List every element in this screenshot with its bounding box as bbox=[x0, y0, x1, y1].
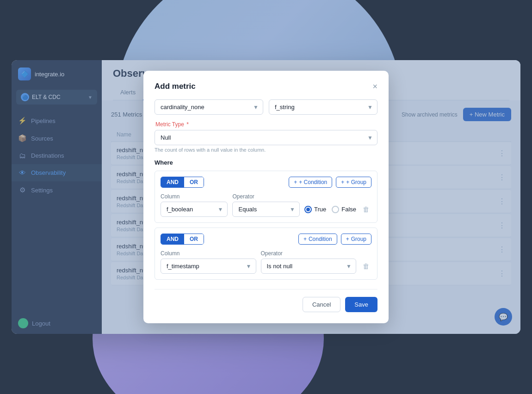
column-select-1[interactable]: f_boolean bbox=[161, 202, 228, 217]
radio-circle-false bbox=[332, 206, 339, 213]
modal-header: Add metric × bbox=[155, 82, 377, 91]
column-label-2: Column bbox=[161, 250, 256, 257]
operator-select-1[interactable]: Equals bbox=[232, 202, 299, 217]
or-button-1[interactable]: OR bbox=[184, 177, 204, 187]
add-group-label: + Group bbox=[346, 179, 366, 185]
close-button[interactable]: × bbox=[372, 82, 377, 91]
condition-actions-1: + + Condition + + Group bbox=[289, 177, 371, 188]
save-button[interactable]: Save bbox=[345, 297, 377, 312]
cardinality-select[interactable]: cardinality_none bbox=[155, 99, 263, 115]
operator-field-1: Operator Equals ▼ bbox=[232, 193, 299, 217]
operator-select-wrapper-2: Is not null ▼ bbox=[261, 259, 357, 274]
and-button-1[interactable]: AND bbox=[161, 177, 184, 187]
condition-group-2: AND OR + Condition + Group bbox=[155, 228, 377, 280]
add-group-button-2[interactable]: + Group bbox=[341, 234, 371, 245]
modal-title: Add metric bbox=[155, 82, 196, 91]
condition-actions-2: + Condition + Group bbox=[298, 234, 371, 245]
condition-row-2: Column f_timestamp ▼ Operator Is not bbox=[161, 250, 371, 274]
and-button-2[interactable]: AND bbox=[161, 234, 184, 244]
add-condition-label-2: Condition bbox=[309, 236, 332, 242]
condition-row-1: Column f_boolean ▼ Operator Equals bbox=[161, 193, 371, 217]
operator-label-1: Operator bbox=[232, 193, 299, 200]
radio-true[interactable]: True bbox=[304, 206, 326, 213]
operator-label-2: Operator bbox=[261, 250, 357, 257]
plus-icon: + bbox=[341, 179, 344, 185]
add-metric-modal: Add metric × cardinality_none ▼ f_string… bbox=[143, 71, 389, 323]
cancel-button[interactable]: Cancel bbox=[303, 297, 340, 312]
column-label-1: Column bbox=[161, 193, 228, 200]
fstring-select-wrapper: f_string ▼ bbox=[269, 99, 377, 115]
and-or-row-2: AND OR + Condition + Group bbox=[161, 234, 371, 245]
column-field-2: Column f_timestamp ▼ bbox=[161, 250, 256, 274]
modal-footer: Cancel Save bbox=[155, 289, 377, 312]
operator-select-2[interactable]: Is not null bbox=[261, 259, 357, 274]
radio-false[interactable]: False bbox=[332, 206, 356, 213]
false-label: False bbox=[341, 206, 356, 213]
column-select-wrapper-2: f_timestamp ▼ bbox=[161, 259, 256, 274]
add-condition-label: + Condition bbox=[299, 179, 327, 185]
condition-group-1: AND OR + + Condition + + Group bbox=[155, 171, 377, 223]
delete-condition-button-1[interactable]: 🗑 bbox=[361, 203, 371, 215]
column-field-1: Column f_boolean ▼ bbox=[161, 193, 228, 217]
true-false-radio: True False bbox=[304, 206, 356, 213]
true-label: True bbox=[314, 206, 326, 213]
metric-type-select-wrapper: Null ▼ bbox=[155, 130, 377, 145]
plus-icon: + bbox=[294, 179, 297, 185]
top-dropdowns-row: cardinality_none ▼ f_string ▼ bbox=[155, 99, 377, 115]
plus-icon: + bbox=[346, 236, 349, 242]
column-select-2[interactable]: f_timestamp bbox=[161, 259, 256, 274]
metric-description: The count of rows with a null value in t… bbox=[155, 147, 377, 153]
add-condition-button-1[interactable]: + + Condition bbox=[289, 177, 332, 188]
add-group-label-2: Group bbox=[351, 236, 366, 242]
cardinality-select-wrapper: cardinality_none ▼ bbox=[155, 99, 263, 115]
modal-overlay: Add metric × cardinality_none ▼ f_string… bbox=[0, 0, 532, 394]
plus-icon: + bbox=[303, 236, 307, 242]
where-section: Where AND OR + + Condition + bbox=[155, 159, 377, 280]
and-or-row-1: AND OR + + Condition + + Group bbox=[161, 177, 371, 188]
and-or-buttons-2: AND OR bbox=[161, 234, 204, 245]
metric-type-label: Metric Type * bbox=[155, 121, 377, 128]
operator-select-wrapper-1: Equals ▼ bbox=[232, 202, 299, 217]
operator-field-2: Operator Is not null ▼ bbox=[261, 250, 357, 274]
where-label: Where bbox=[155, 159, 377, 166]
add-condition-button-2[interactable]: + Condition bbox=[298, 234, 337, 245]
or-button-2[interactable]: OR bbox=[184, 234, 204, 244]
column-select-wrapper-1: f_boolean ▼ bbox=[161, 202, 228, 217]
metric-type-select[interactable]: Null bbox=[155, 130, 377, 145]
and-or-buttons-1: AND OR bbox=[161, 177, 204, 188]
radio-group-1: True False bbox=[304, 206, 356, 213]
delete-condition-button-2[interactable]: 🗑 bbox=[361, 260, 371, 272]
add-group-button-1[interactable]: + + Group bbox=[336, 177, 371, 188]
fstring-select[interactable]: f_string bbox=[269, 99, 377, 115]
radio-circle-true bbox=[304, 206, 312, 213]
